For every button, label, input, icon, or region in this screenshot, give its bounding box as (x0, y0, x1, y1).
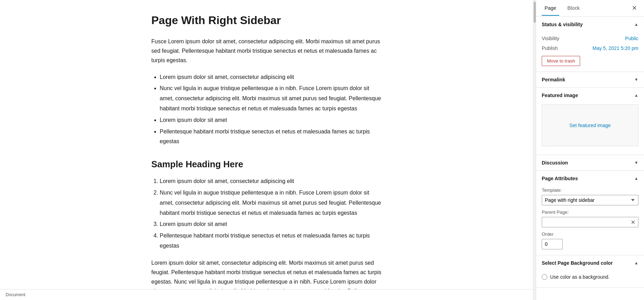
use-color-radio[interactable] (542, 274, 547, 280)
set-featured-image-link[interactable]: Set featured image (569, 123, 610, 128)
chevron-up-icon: ▲ (634, 176, 638, 181)
tab-page[interactable]: Page (542, 1, 559, 16)
list-item[interactable]: Lorem ipsum dolor sit amet (160, 219, 382, 229)
set-featured-image-box[interactable]: Set featured image (542, 104, 638, 146)
list-item[interactable]: Nunc vel ligula in augue tristique pelle… (160, 83, 382, 114)
chevron-up-icon: ▲ (634, 93, 638, 98)
tab-block[interactable]: Block (565, 1, 583, 16)
parent-page-label: Parent Page: (542, 210, 638, 215)
publish-row: Publish May 5, 2021 5:20 pm (542, 43, 638, 53)
section-title: Page Attributes (542, 176, 578, 181)
section-featured-image-body: Set featured image (536, 103, 644, 155)
section-permalink: Permalink ▼ (536, 72, 644, 88)
chevron-down-icon: ▼ (634, 77, 638, 82)
section-featured-image-header[interactable]: Featured image ▲ (536, 88, 644, 103)
order-input[interactable] (542, 239, 563, 249)
visibility-row: Visibility Public (542, 34, 638, 43)
section-bg-color-body: Use color as a background. (536, 271, 644, 287)
section-bg-color: Select Page Background color ▲ Use color… (536, 255, 644, 288)
right-sidebar: Page Block ✕ Status & visibility ▲ Visib… (536, 0, 644, 300)
scrollbar-thumb[interactable] (534, 2, 536, 23)
visibility-value[interactable]: Public (625, 36, 638, 41)
parent-page-input-wrap: ✕ (542, 217, 638, 227)
list-item[interactable]: Nunc vel ligula in augue tristique pelle… (160, 188, 382, 218)
chevron-down-icon: ▼ (634, 160, 638, 165)
chevron-up-icon: ▲ (634, 22, 638, 27)
list-item[interactable]: Lorem ipsum dolor sit amet, consectetur … (160, 176, 382, 186)
section-title: Featured image (542, 93, 578, 98)
section-bg-color-header[interactable]: Select Page Background color ▲ (536, 255, 644, 271)
list-item[interactable]: Lorem ipsum dolor sit amet (160, 115, 382, 125)
section-status-visibility-body: Visibility Public Publish May 5, 2021 5:… (536, 32, 644, 72)
section-title: Select Page Background color (542, 260, 613, 266)
section-page-attributes-header[interactable]: Page Attributes ▲ (536, 171, 644, 186)
section-status-visibility-header[interactable]: Status & visibility ▲ (536, 17, 644, 32)
section-status-visibility: Status & visibility ▲ Visibility Public … (536, 17, 644, 72)
use-color-row: Use color as a background. (542, 272, 638, 282)
publish-value[interactable]: May 5, 2021 5:20 pm (592, 45, 638, 51)
sidebar-header: Page Block ✕ (536, 0, 644, 17)
section-discussion-header[interactable]: Discussion ▼ (536, 155, 644, 170)
template-label: Template: (542, 188, 638, 193)
section-page-attributes: Page Attributes ▲ Template: Default Temp… (536, 171, 644, 255)
heading-2[interactable]: Sample Heading Here (151, 159, 382, 169)
section-featured-image: Featured image ▲ Set featured image (536, 88, 644, 155)
list-item[interactable]: Lorem ipsum dolor sit amet, consectetur … (160, 72, 382, 82)
order-label: Order (542, 232, 638, 237)
list-item[interactable]: Pellentesque habitant morbi tristique se… (160, 127, 382, 147)
page-title[interactable]: Page With Right Sidebar (151, 14, 382, 27)
template-select[interactable]: Default Template Page with right sidebar… (542, 195, 638, 205)
move-to-trash-button[interactable]: Move to trash (542, 56, 580, 66)
section-permalink-header[interactable]: Permalink ▼ (536, 72, 644, 87)
chevron-up-icon: ▲ (634, 261, 638, 265)
ordered-list: Lorem ipsum dolor sit amet, consectetur … (160, 176, 382, 251)
editor-content: Page With Right Sidebar Fusce Lorem ipsu… (138, 14, 396, 300)
section-title: Status & visibility (542, 22, 583, 27)
editor-area[interactable]: Page With Right Sidebar Fusce Lorem ipsu… (0, 0, 533, 300)
section-title: Permalink (542, 77, 565, 82)
sidebar-tabs: Page Block (542, 1, 630, 16)
editor-scrollbar[interactable] (533, 0, 536, 300)
parent-page-input[interactable] (544, 217, 630, 227)
list-item[interactable]: Pellentesque habitant morbi tristique se… (160, 231, 382, 251)
use-color-label: Use color as a background. (550, 274, 609, 280)
bullet-list: Lorem ipsum dolor sit amet, consectetur … (160, 72, 382, 147)
document-label: Document (0, 289, 533, 300)
paragraph-1[interactable]: Fusce Lorem ipsum dolor sit amet, consec… (151, 37, 382, 65)
section-title: Discussion (542, 160, 568, 166)
parent-page-clear-button[interactable]: ✕ (630, 219, 636, 226)
section-discussion: Discussion ▼ (536, 155, 644, 171)
section-page-attributes-body: Template: Default Template Page with rig… (536, 186, 644, 255)
visibility-label: Visibility (542, 36, 559, 41)
publish-label: Publish (542, 45, 558, 51)
close-button[interactable]: ✕ (630, 3, 638, 13)
